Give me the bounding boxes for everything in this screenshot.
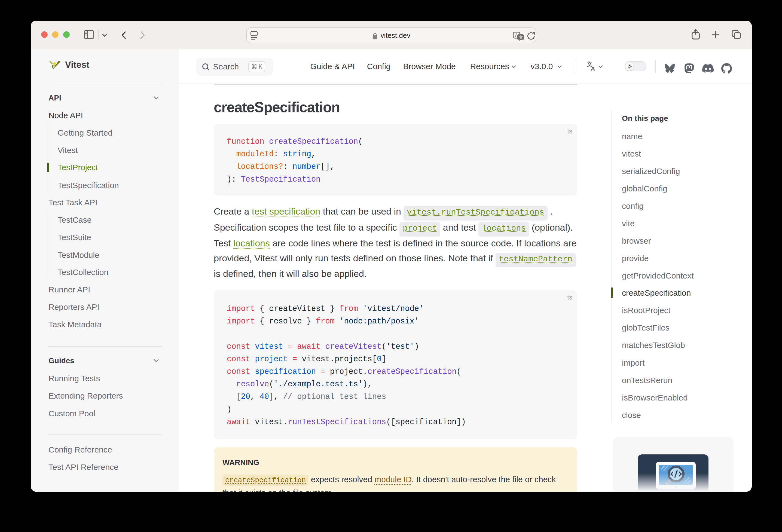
svg-text:文: 文 [519, 35, 523, 40]
svg-text:A: A [591, 65, 595, 71]
